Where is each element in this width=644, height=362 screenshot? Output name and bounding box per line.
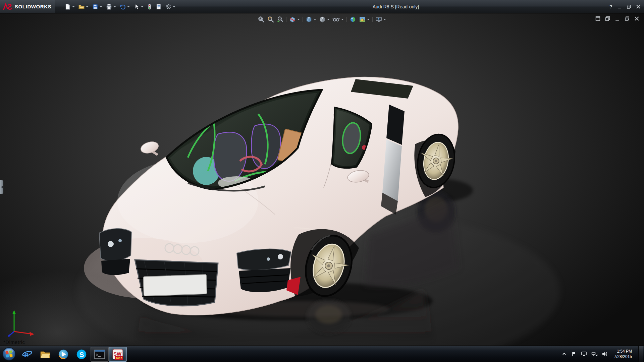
app-restore-button[interactable] <box>627 4 631 9</box>
restore-icon <box>625 16 630 21</box>
apply-scene-button[interactable] <box>358 15 371 24</box>
taskbar-media-player[interactable] <box>54 347 72 362</box>
show-hidden-icons-button[interactable] <box>561 351 567 357</box>
show-desktop-button[interactable] <box>638 346 643 362</box>
action-center-button[interactable] <box>571 351 577 357</box>
view-orientation-button[interactable] <box>305 15 317 24</box>
view-settings-icon <box>375 16 382 23</box>
window-new-button[interactable] <box>595 16 600 21</box>
license-plate <box>143 275 207 296</box>
edit-appearance-button[interactable] <box>348 15 357 24</box>
dropdown-caret[interactable] <box>314 19 316 20</box>
zoom-to-area-button[interactable] <box>266 15 275 24</box>
undo-icon <box>120 4 126 10</box>
svg-text:S: S <box>79 351 84 358</box>
window-cascade-icon <box>605 16 610 21</box>
svg-text:e: e <box>24 349 28 359</box>
taskbar-clock[interactable]: 1:54 PM 7/28/2015 <box>612 349 634 359</box>
taskbar-explorer[interactable] <box>36 347 54 362</box>
front-grille <box>135 260 218 306</box>
dropdown-caret[interactable] <box>341 19 344 20</box>
flag-icon <box>571 351 577 357</box>
previous-view-button[interactable] <box>276 15 284 24</box>
section-view-button[interactable] <box>288 15 301 24</box>
app-close-button[interactable] <box>636 4 641 9</box>
dropdown-caret[interactable] <box>367 19 370 20</box>
taskbar-solidworks[interactable]: SW 2015 <box>109 347 127 362</box>
network-status-button[interactable] <box>591 351 597 357</box>
display-settings-button[interactable] <box>581 351 587 357</box>
options-button[interactable] <box>164 2 177 12</box>
print-button[interactable] <box>105 2 117 12</box>
speaker-icon <box>602 351 608 357</box>
dropdown-caret[interactable] <box>327 19 330 20</box>
dropdown-caret[interactable] <box>100 6 102 7</box>
select-button[interactable] <box>132 2 145 12</box>
window-new-icon <box>595 16 600 21</box>
titlebar: SOLIDWORKS <box>0 0 644 13</box>
left-mirror <box>140 140 160 155</box>
view-settings-button[interactable] <box>374 15 387 24</box>
window-cascade-button[interactable] <box>605 16 610 21</box>
volume-button[interactable] <box>602 351 608 357</box>
feature-panel-handle[interactable] <box>0 180 3 194</box>
help-icon[interactable]: ? <box>609 4 612 9</box>
view-orientation-label: *Dimetric <box>3 339 25 345</box>
undo-button[interactable] <box>118 2 131 12</box>
rebuild-button[interactable] <box>146 2 153 12</box>
zoom-to-fit-button[interactable] <box>257 15 266 24</box>
start-button[interactable] <box>0 346 18 362</box>
file-properties-icon <box>156 4 162 10</box>
file-properties-button[interactable] <box>154 2 163 12</box>
orientation-triad[interactable] <box>7 307 38 338</box>
folder-icon <box>40 349 51 360</box>
taskbar-command-window[interactable] <box>91 347 109 362</box>
dropdown-caret[interactable] <box>173 6 175 7</box>
minimize-icon <box>617 4 622 9</box>
save-button[interactable] <box>91 2 104 12</box>
dropdown-caret[interactable] <box>297 19 300 20</box>
hide-show-items-icon <box>332 16 340 23</box>
car-model[interactable] <box>0 13 644 346</box>
print-icon <box>106 4 112 10</box>
previous-view-icon <box>277 16 283 23</box>
display-style-button[interactable] <box>318 15 331 24</box>
dropdown-caret[interactable] <box>72 6 75 7</box>
document-window-controls <box>595 16 639 21</box>
brand-text: SOLIDWORKS <box>15 4 51 9</box>
rebuild-icon <box>147 4 152 10</box>
save-icon <box>92 4 98 10</box>
ds-logo-icon <box>3 3 13 10</box>
doc-restore-button[interactable] <box>625 16 630 21</box>
standard-toolbar <box>63 2 177 12</box>
titlebar-controls: ? <box>609 4 644 9</box>
dropdown-caret[interactable] <box>113 6 116 7</box>
taskbar-skype[interactable]: S <box>72 347 91 362</box>
doc-minimize-button[interactable] <box>615 16 620 21</box>
solidworks-logo: SOLIDWORKS <box>0 0 55 13</box>
dropdown-caret[interactable] <box>383 19 386 20</box>
new-document-button[interactable] <box>63 2 76 12</box>
console-window-icon <box>94 349 105 359</box>
solidworks-window: SOLIDWORKS <box>0 0 644 362</box>
dropdown-caret[interactable] <box>141 6 144 7</box>
graphics-area[interactable]: *Dimetric <box>0 13 644 346</box>
clock-time: 1:54 PM <box>617 349 632 354</box>
doc-close-button[interactable] <box>634 16 639 21</box>
toolbar-separator <box>346 17 347 22</box>
close-icon <box>636 4 641 9</box>
select-arrow-icon <box>133 4 140 10</box>
open-button[interactable] <box>77 2 90 12</box>
hide-show-items-button[interactable] <box>331 15 345 24</box>
toolbar-separator <box>372 17 373 22</box>
close-icon <box>634 16 639 21</box>
taskbar-internet-explorer[interactable]: e <box>18 347 36 362</box>
windows-start-icon <box>2 347 16 361</box>
display-style-icon <box>319 16 326 23</box>
restore-icon <box>627 4 631 9</box>
dropdown-caret[interactable] <box>127 6 130 7</box>
app-minimize-button[interactable] <box>617 4 622 9</box>
svg-text:SW: SW <box>113 351 122 357</box>
minimize-icon <box>615 16 620 21</box>
dropdown-caret[interactable] <box>86 6 89 7</box>
